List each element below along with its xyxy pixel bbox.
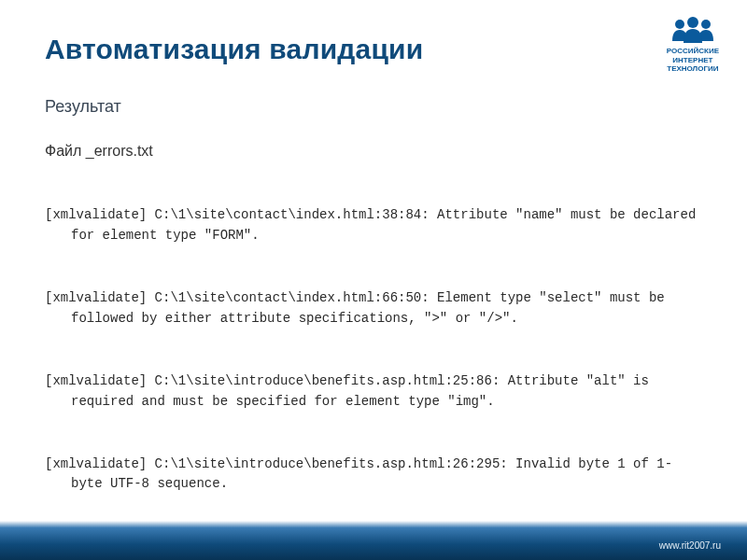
error-line: [xmlvalidate] C:\1\site\introduce\benefi… [45, 371, 702, 412]
error-line: [xmlvalidate] C:\1\site\introduce\benefi… [45, 455, 702, 495]
error-log: [xmlvalidate] C:\1\site\contact\index.ht… [45, 165, 702, 537]
subhead: Результат [45, 97, 702, 117]
filename-label: Файл _errors.txt [45, 143, 702, 160]
logo: РОССИЙСКИЕ ИНТЕРНЕТ ТЕХНОЛОГИИ [667, 17, 719, 74]
logo-text-2: ИНТЕРНЕТ [667, 56, 719, 65]
logo-text-1: РОССИЙСКИЕ [667, 47, 719, 56]
people-icon [667, 17, 719, 45]
svg-point-1 [701, 20, 711, 29]
logo-text-3: ТЕХНОЛОГИИ [667, 64, 719, 74]
svg-point-0 [675, 20, 684, 29]
slide-content: Результат Файл _errors.txt [xmlvalidate]… [45, 97, 702, 560]
error-line: [xmlvalidate] C:\1\site\contact\index.ht… [45, 288, 702, 329]
slide-title: Автоматизация валидации [45, 34, 423, 65]
error-line: [xmlvalidate] C:\1\site\contact\index.ht… [45, 205, 702, 245]
svg-point-2 [687, 17, 698, 28]
footer-url: www.rit2007.ru [659, 540, 721, 551]
footer-bar: www.rit2007.ru [0, 521, 747, 560]
slide: РОССИЙСКИЕ ИНТЕРНЕТ ТЕХНОЛОГИИ Автоматиз… [0, 0, 747, 560]
